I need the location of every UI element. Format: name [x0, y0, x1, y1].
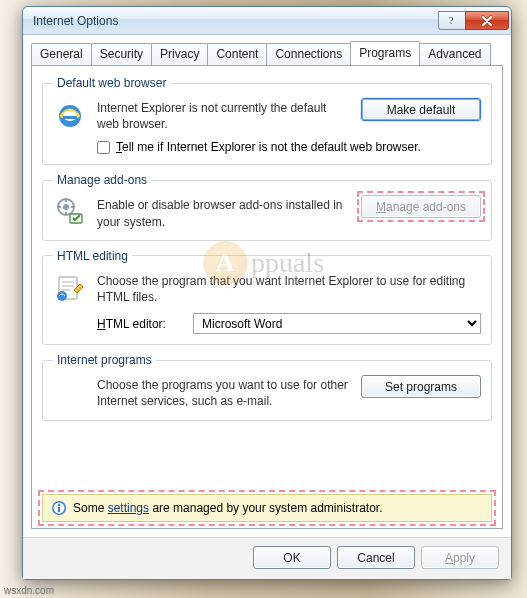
cancel-button[interactable]: Cancel: [337, 546, 415, 569]
svg-rect-3: [63, 116, 77, 119]
svg-point-5: [63, 204, 69, 210]
group-default-browser: Default web browser Internet Explorer is…: [42, 76, 492, 165]
addons-desc: Enable or disable browser add-ons instal…: [97, 195, 351, 229]
window-title: Internet Options: [33, 14, 438, 28]
html-editing-desc: Choose the program that you want Interne…: [97, 271, 481, 305]
tab-programs[interactable]: Programs: [350, 41, 420, 65]
admin-info-bar: Some settings are managed by your system…: [42, 494, 492, 522]
close-button[interactable]: [465, 11, 509, 30]
ok-button[interactable]: OK: [253, 546, 331, 569]
internet-programs-desc: Choose the programs you want to use for …: [97, 375, 351, 409]
tab-strip: General Security Privacy Content Connect…: [23, 35, 511, 66]
group-manage-addons: Manage add-ons Enable or disable browser…: [42, 173, 492, 240]
tab-content[interactable]: Content: [207, 43, 267, 66]
tab-connections[interactable]: Connections: [266, 43, 351, 66]
admin-settings-link[interactable]: settings: [108, 501, 149, 515]
legend-html-editing: HTML editing: [53, 249, 132, 263]
tab-security[interactable]: Security: [91, 43, 152, 66]
tab-general[interactable]: General: [31, 43, 92, 66]
group-html-editing: HTML editing Choose the program that you…: [42, 249, 492, 345]
html-editor-select[interactable]: Microsoft Word: [193, 313, 481, 334]
svg-rect-12: [58, 507, 60, 512]
set-programs-button[interactable]: Set programs: [361, 375, 481, 398]
legend-internet-programs: Internet programs: [53, 353, 156, 367]
tab-privacy[interactable]: Privacy: [151, 43, 208, 66]
html-editor-icon: [53, 271, 87, 305]
programs-icon: [53, 375, 87, 409]
apply-button: Apply: [421, 546, 499, 569]
manage-addons-button: Manage add-ons: [361, 195, 481, 218]
tab-panel-programs: Default web browser Internet Explorer is…: [31, 66, 503, 529]
svg-point-8: [57, 291, 67, 301]
default-browser-desc: Internet Explorer is not currently the d…: [97, 98, 351, 132]
ie-icon: [53, 98, 87, 132]
addons-icon: [53, 195, 87, 229]
admin-info-text: Some settings are managed by your system…: [73, 501, 382, 515]
make-default-button[interactable]: Make default: [361, 98, 481, 121]
legend-manage-addons: Manage add-ons: [53, 173, 151, 187]
tell-me-default-checkbox[interactable]: [97, 141, 110, 154]
help-button[interactable]: ?: [438, 11, 466, 30]
html-editor-label: HTML editor:: [97, 317, 183, 331]
info-icon: [51, 500, 67, 516]
svg-text:?: ?: [449, 15, 454, 26]
tell-me-default-label[interactable]: Tell me if Internet Explorer is not the …: [116, 140, 421, 154]
window-controls: ?: [438, 11, 509, 30]
source-domain: wsxdn.com: [4, 585, 54, 596]
dialog-button-row: OK Cancel Apply: [23, 537, 511, 579]
tab-advanced[interactable]: Advanced: [419, 43, 490, 66]
svg-point-11: [58, 504, 60, 506]
legend-default-browser: Default web browser: [53, 76, 170, 90]
internet-options-window: Internet Options ? General Security Priv…: [22, 6, 512, 580]
group-internet-programs: Internet programs Choose the programs yo…: [42, 353, 492, 420]
titlebar[interactable]: Internet Options ?: [23, 7, 511, 35]
cb-rest: ell me if Internet Explorer is not the d…: [122, 140, 421, 154]
